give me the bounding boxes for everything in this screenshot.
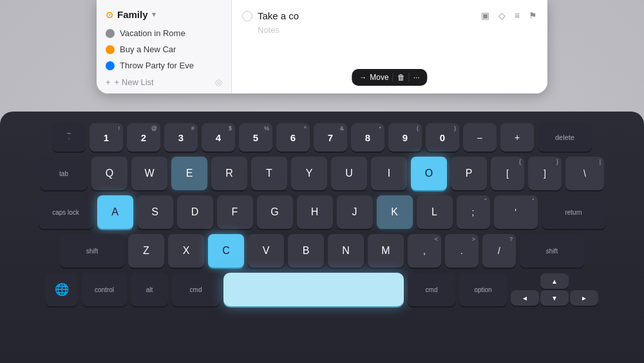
key-rbrace[interactable]: } ]: [528, 157, 562, 190]
list-icon[interactable]: ≡: [515, 10, 520, 21]
key-6[interactable]: ^ 6: [276, 123, 310, 152]
key-spacebar[interactable]: [223, 273, 404, 306]
qwerty-row: tab Q W E R T Y U I O P { [ } ] | \: [6, 157, 638, 190]
key-g[interactable]: G: [257, 195, 293, 229]
key-n[interactable]: N: [328, 234, 364, 268]
key-shift-right[interactable]: shift: [520, 234, 584, 268]
key-o[interactable]: O: [411, 157, 447, 190]
action-separator: [393, 73, 393, 82]
key-tilde[interactable]: ~ `: [52, 123, 86, 152]
key-5[interactable]: % 5: [239, 123, 272, 152]
key-q[interactable]: Q: [91, 157, 128, 190]
key-s[interactable]: S: [137, 195, 173, 229]
number-row: ~ ` ! 1 @ 2 # 3 $ 4 % 5 ^ 6 & 7: [6, 123, 638, 152]
key-shift-left[interactable]: shift: [60, 234, 124, 268]
key-comma[interactable]: < ,: [408, 234, 441, 268]
arrow-lr-row: ◄ ▼ ►: [511, 290, 598, 306]
sidebar-item-party[interactable]: Throw Party for Eve: [97, 57, 231, 74]
notes-placeholder: Notes: [258, 25, 537, 35]
key-m[interactable]: M: [368, 234, 404, 268]
key-arrow-right[interactable]: ►: [570, 290, 598, 306]
key-h[interactable]: H: [297, 195, 333, 229]
item-icon-orange: [106, 45, 115, 54]
tag-icon[interactable]: ◇: [498, 10, 506, 21]
key-backslash[interactable]: | \: [565, 157, 604, 190]
key-v[interactable]: V: [248, 234, 284, 268]
key-8[interactable]: * 8: [351, 123, 384, 152]
key-minus[interactable]: –: [463, 123, 497, 152]
key-3[interactable]: # 3: [164, 123, 198, 152]
key-quote[interactable]: " ': [494, 195, 538, 229]
key-slash[interactable]: ? /: [482, 234, 516, 268]
key-delete[interactable]: delete: [538, 123, 592, 152]
key-1[interactable]: ! 1: [90, 123, 123, 152]
key-semicolon[interactable]: " ;: [457, 195, 490, 229]
item-icon-blue: [106, 61, 115, 70]
key-7[interactable]: & 7: [314, 123, 347, 152]
key-0[interactable]: ) 0: [426, 123, 459, 152]
sidebar-item-vacation[interactable]: Vacation in Rome: [97, 25, 231, 41]
toolbar-icons: ▣ ◇ ≡ ⚑: [481, 10, 537, 21]
key-y[interactable]: Y: [291, 157, 327, 190]
arrow-up-row: ▲: [511, 273, 598, 289]
key-p[interactable]: P: [451, 157, 487, 190]
key-e[interactable]: E: [171, 157, 207, 190]
sidebar: ⊙ Family ▾ Vacation in Rome Buy a New Ca…: [97, 0, 232, 93]
action-bar: → Move 🗑 ···: [352, 69, 427, 86]
eye-icon: ◎: [215, 77, 222, 87]
task-title: Take a co: [258, 10, 299, 21]
key-arrow-down[interactable]: ▼: [540, 290, 569, 306]
flag-icon[interactable]: ⚑: [529, 10, 537, 21]
key-9[interactable]: ( 9: [388, 123, 422, 152]
key-x[interactable]: X: [168, 234, 204, 268]
task-checkbox[interactable]: [242, 11, 252, 21]
arrow-keys-group: ▲ ◄ ▼ ►: [511, 273, 598, 306]
key-4[interactable]: $ 4: [202, 123, 235, 152]
key-option[interactable]: option: [459, 273, 507, 306]
action-separator-2: [409, 73, 410, 82]
key-w[interactable]: W: [131, 157, 167, 190]
key-tab[interactable]: tab: [40, 157, 88, 190]
bottom-row: 🌐 control alt cmd cmd option ▲: [6, 273, 638, 306]
key-return[interactable]: return: [542, 195, 606, 229]
key-b[interactable]: B: [288, 234, 324, 268]
family-icon: ⊙: [106, 10, 113, 20]
key-2[interactable]: @ 2: [127, 123, 160, 152]
key-lbrace[interactable]: { [: [491, 157, 524, 190]
keyboard: ~ ` ! 1 @ 2 # 3 $ 4 % 5 ^ 6 & 7: [0, 112, 644, 363]
ipad-screen: ⊙ Family ▾ Vacation in Rome Buy a New Ca…: [97, 0, 547, 93]
key-cmd-left[interactable]: cmd: [172, 273, 220, 306]
key-arrow-up[interactable]: ▲: [540, 273, 569, 289]
plus-icon: +: [106, 77, 111, 87]
more-button[interactable]: ···: [413, 73, 420, 82]
key-f[interactable]: F: [217, 195, 253, 229]
sidebar-header: ⊙ Family ▾: [97, 9, 231, 25]
key-u[interactable]: U: [331, 157, 367, 190]
sidebar-item-car[interactable]: Buy a New Car: [97, 41, 231, 57]
asdf-row: caps lock A S D F G H J K L " ; " ' retu…: [6, 195, 638, 229]
key-j[interactable]: J: [337, 195, 373, 229]
key-z[interactable]: Z: [128, 234, 164, 268]
key-i[interactable]: I: [371, 157, 407, 190]
key-period[interactable]: > .: [445, 234, 478, 268]
key-r[interactable]: R: [211, 157, 247, 190]
key-a[interactable]: A: [97, 195, 133, 229]
zxcv-row: shift Z X C V B N M < , > . ? / shift: [6, 234, 638, 268]
format-icon[interactable]: ▣: [481, 10, 489, 21]
key-arrow-left[interactable]: ◄: [511, 290, 539, 306]
key-c[interactable]: C: [208, 234, 244, 268]
key-cmd-right[interactable]: cmd: [408, 273, 455, 306]
key-k[interactable]: K: [377, 195, 413, 229]
new-list-button[interactable]: + + New List ◎: [97, 74, 231, 91]
key-l[interactable]: L: [417, 195, 453, 229]
delete-button[interactable]: 🗑: [397, 73, 405, 82]
key-d[interactable]: D: [177, 195, 213, 229]
key-alt[interactable]: alt: [131, 273, 168, 306]
key-plus[interactable]: +: [500, 123, 534, 152]
key-globe[interactable]: 🌐: [46, 273, 78, 306]
key-t[interactable]: T: [251, 157, 287, 190]
key-control[interactable]: control: [82, 273, 127, 306]
chevron-icon: ▾: [152, 10, 156, 19]
move-button[interactable]: → Move: [359, 73, 388, 82]
key-capslock[interactable]: caps lock: [39, 195, 93, 229]
